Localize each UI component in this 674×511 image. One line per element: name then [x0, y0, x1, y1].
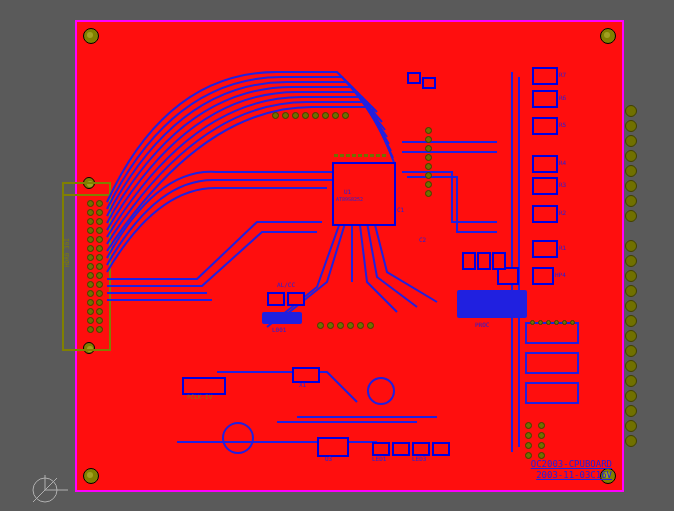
pcb-board[interactable]: HDR0 30I /*pads*/	[75, 20, 624, 492]
r6-label: R6	[559, 95, 566, 101]
title-block: OC2003-CPUBOARD 2003-11-03C16V	[531, 459, 612, 482]
c2-label: C2	[419, 237, 426, 243]
mounting-hole-bl	[83, 468, 99, 484]
connector-left-label: HDR0 30I	[64, 238, 70, 267]
c-top-1[interactable]	[407, 72, 421, 84]
led2[interactable]	[392, 442, 410, 456]
cap-c2[interactable]	[367, 377, 395, 405]
ic-array-right[interactable]	[457, 290, 527, 318]
led4[interactable]	[432, 442, 450, 456]
ic-u3[interactable]	[317, 437, 349, 457]
pad-row-mid	[317, 322, 374, 329]
reg-label: L001	[272, 327, 286, 333]
r1-label: R1	[559, 245, 566, 251]
c-mid-3[interactable]	[492, 252, 506, 270]
led3[interactable]	[412, 442, 430, 456]
comp-r5[interactable]	[532, 117, 558, 135]
main-ic-u1[interactable]: U1 AT89S8252	[332, 162, 396, 226]
led1-label: LED1	[372, 456, 386, 462]
led1[interactable]	[372, 442, 390, 456]
board-date: 2003-11-03C16V	[531, 470, 612, 482]
proc-footer-label: PCLK-IV	[187, 394, 212, 400]
comp-r3[interactable]	[532, 177, 558, 195]
hp-box-2[interactable]	[532, 267, 554, 285]
c-mid-2[interactable]	[477, 252, 491, 270]
dip-3[interactable]	[525, 382, 579, 404]
ic-mid-1[interactable]	[262, 312, 302, 324]
comp-r4[interactable]	[532, 155, 558, 173]
header-col-mid	[425, 127, 432, 197]
led3-label: LED3	[412, 456, 426, 462]
c1-label: C1	[397, 207, 404, 213]
header-pads-left	[87, 200, 104, 334]
comp-r6[interactable]	[532, 90, 558, 108]
header-row-top	[272, 112, 349, 119]
board-name: OC2003-CPUBOARD	[531, 459, 612, 471]
dip-2[interactable]	[525, 352, 579, 374]
dip-1[interactable]	[525, 322, 579, 344]
r4-label: R4	[559, 160, 566, 166]
connector-right[interactable]	[622, 102, 639, 472]
r7-label: R7	[559, 72, 566, 78]
proc-label: PROC	[475, 322, 489, 328]
crystal-x1[interactable]	[292, 367, 320, 383]
r2-label: R2	[559, 210, 566, 216]
u3-label: U3	[325, 456, 332, 462]
main-ic-part: AT89S8252	[336, 197, 363, 202]
x1-label: X1	[299, 382, 306, 388]
area-label: AL/CC	[277, 282, 295, 288]
cap-c1[interactable]	[222, 422, 254, 454]
c-mid-1[interactable]	[462, 252, 476, 270]
ic-pads-top	[334, 154, 386, 157]
ucs-origin-icon	[30, 475, 60, 505]
r5-label: R5	[559, 122, 566, 128]
r3-label: R3	[559, 182, 566, 188]
mounting-hole-tl	[83, 28, 99, 44]
smd-2[interactable]	[287, 292, 305, 306]
hp4-label: HP4	[555, 272, 566, 278]
mounting-hole-tr	[600, 28, 616, 44]
comp-r7[interactable]	[532, 67, 558, 85]
comp-r1[interactable]	[532, 240, 558, 258]
main-ic-refdes: U1	[344, 189, 351, 195]
smd-1[interactable]	[267, 292, 285, 306]
c-top-2[interactable]	[422, 77, 436, 89]
comp-r2[interactable]	[532, 205, 558, 223]
header-2x4[interactable]	[525, 422, 548, 459]
